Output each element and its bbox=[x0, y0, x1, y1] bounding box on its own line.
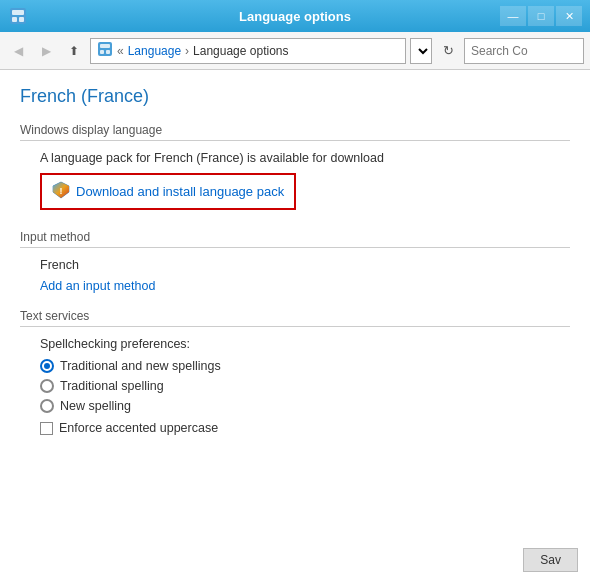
radio-label-new-spelling: New spelling bbox=[60, 399, 131, 413]
breadcrumb-icon bbox=[97, 41, 113, 60]
address-field[interactable]: « Language › Language options bbox=[90, 38, 406, 64]
svg-rect-3 bbox=[19, 17, 24, 22]
text-services-section: Text services Spellchecking preferences:… bbox=[20, 309, 570, 435]
windows-display-content: A language pack for French (France) is a… bbox=[20, 151, 570, 214]
input-method-section: Input method French Add an input method bbox=[20, 230, 570, 293]
radio-circle-new-spelling bbox=[40, 399, 54, 413]
svg-rect-5 bbox=[100, 44, 110, 48]
input-method-name: French bbox=[40, 258, 79, 272]
radio-traditional[interactable]: Traditional spelling bbox=[40, 379, 570, 393]
window-title: Language options bbox=[239, 9, 351, 24]
window-controls: — □ ✕ bbox=[500, 6, 582, 26]
text-services-header: Text services bbox=[20, 309, 570, 327]
save-button[interactable]: Sav bbox=[523, 548, 578, 572]
enforce-uppercase-checkbox[interactable] bbox=[40, 422, 53, 435]
back-button[interactable]: ◀ bbox=[6, 39, 30, 63]
address-dropdown[interactable] bbox=[410, 38, 432, 64]
spellcheck-label: Spellchecking preferences: bbox=[40, 337, 570, 351]
up-button[interactable]: ⬆ bbox=[62, 39, 86, 63]
breadcrumb-language[interactable]: Language bbox=[128, 44, 181, 58]
title-bar: Language options — □ ✕ bbox=[0, 0, 590, 32]
radio-circle-traditional bbox=[40, 379, 54, 393]
radio-label-traditional: Traditional spelling bbox=[60, 379, 164, 393]
svg-rect-7 bbox=[106, 50, 110, 54]
close-button[interactable]: ✕ bbox=[556, 6, 582, 26]
search-input[interactable] bbox=[464, 38, 584, 64]
radio-circle-traditional-new bbox=[40, 359, 54, 373]
minimize-button[interactable]: — bbox=[500, 6, 526, 26]
windows-display-header: Windows display language bbox=[20, 123, 570, 141]
titlebar-icon bbox=[8, 6, 28, 26]
language-pack-description: A language pack for French (France) is a… bbox=[40, 151, 570, 165]
enforce-uppercase-checkbox-item[interactable]: Enforce accented uppercase bbox=[40, 421, 570, 435]
input-method-content: French Add an input method bbox=[20, 258, 570, 293]
page-title: French (France) bbox=[20, 86, 570, 107]
input-method-row: French bbox=[40, 258, 570, 272]
refresh-icon: ↻ bbox=[443, 43, 454, 58]
svg-rect-1 bbox=[12, 10, 24, 15]
download-btn-label: Download and install language pack bbox=[76, 184, 284, 199]
input-method-header: Input method bbox=[20, 230, 570, 248]
download-btn-wrapper: ! Download and install language pack bbox=[40, 173, 296, 210]
text-services-content: Spellchecking preferences: Traditional a… bbox=[20, 337, 570, 435]
add-input-method-link[interactable]: Add an input method bbox=[40, 279, 155, 293]
svg-rect-6 bbox=[100, 50, 104, 54]
refresh-button[interactable]: ↻ bbox=[436, 39, 460, 63]
radio-traditional-new[interactable]: Traditional and new spellings bbox=[40, 359, 570, 373]
svg-rect-2 bbox=[12, 17, 17, 22]
shield-icon: ! bbox=[52, 181, 70, 202]
breadcrumb: « Language › Language options bbox=[97, 41, 289, 60]
breadcrumb-arrow: › bbox=[185, 44, 189, 58]
radio-group-spellings: Traditional and new spellings Traditiona… bbox=[40, 359, 570, 413]
windows-display-section: Windows display language A language pack… bbox=[20, 123, 570, 214]
address-bar: ◀ ▶ ⬆ « Language › Language options ↻ bbox=[0, 32, 590, 70]
back-icon: ◀ bbox=[14, 44, 23, 58]
radio-label-traditional-new: Traditional and new spellings bbox=[60, 359, 221, 373]
download-install-button[interactable]: ! Download and install language pack bbox=[44, 177, 292, 206]
breadcrumb-sep-left: « bbox=[117, 44, 124, 58]
svg-text:!: ! bbox=[60, 186, 63, 196]
breadcrumb-current: Language options bbox=[193, 44, 288, 58]
up-icon: ⬆ bbox=[69, 44, 79, 58]
bottom-bar: Sav bbox=[511, 540, 590, 580]
maximize-button[interactable]: □ bbox=[528, 6, 554, 26]
main-content: French (France) Windows display language… bbox=[0, 70, 590, 580]
forward-button[interactable]: ▶ bbox=[34, 39, 58, 63]
enforce-uppercase-label: Enforce accented uppercase bbox=[59, 421, 218, 435]
forward-icon: ▶ bbox=[42, 44, 51, 58]
radio-new-spelling[interactable]: New spelling bbox=[40, 399, 570, 413]
